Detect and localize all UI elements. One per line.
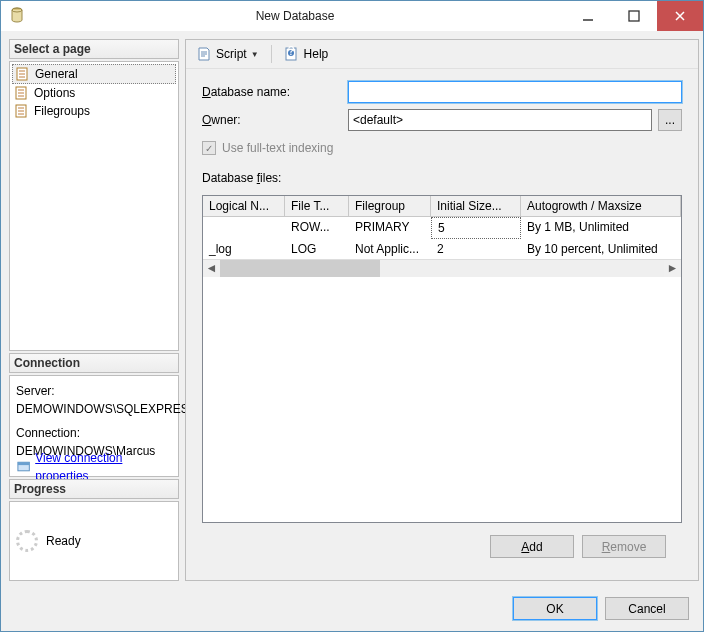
cell-initsize[interactable]: 5 [431,217,521,239]
scroll-track[interactable] [220,260,664,277]
connection-header: Connection [9,353,179,373]
svg-rect-2 [629,11,639,21]
ok-button[interactable]: OK [513,597,597,620]
page-icon [14,85,30,101]
minimize-button[interactable] [565,1,611,31]
cell-filegroup: PRIMARY [349,217,431,239]
progress-header: Progress [9,479,179,499]
page-label: Filegroups [34,104,90,118]
maximize-button[interactable] [611,1,657,31]
fulltext-label: Use full-text indexing [222,141,333,155]
page-label: General [35,67,78,81]
cell-filegroup: Not Applic... [349,239,431,259]
owner-input[interactable] [348,109,652,131]
cell-initsize: 2 [431,239,521,259]
script-icon [196,46,212,62]
page-label: Options [34,86,75,100]
col-initsize[interactable]: Initial Size... [431,196,521,217]
scroll-left-icon[interactable]: ◄ [203,260,220,277]
app-icon [9,7,25,26]
connection-label: Connection: [16,424,172,442]
cell-logical: _log [203,239,285,259]
col-filetype[interactable]: File T... [285,196,349,217]
cell-filetype: ROW... [285,217,349,239]
connection-props-icon [16,459,31,475]
cell-autogrow: By 1 MB, Unlimited [521,217,681,239]
dropdown-arrow-icon: ▼ [251,50,259,59]
close-button[interactable] [657,1,703,31]
help-label: Help [304,47,329,61]
table-row[interactable]: ROW... PRIMARY 5 By 1 MB, Unlimited [203,217,681,239]
toolbar: Script ▼ ? Help [186,40,698,69]
page-icon [14,103,30,119]
page-list: General Options Filegroups [9,61,179,351]
titlebar: New Database [1,1,703,31]
progress-panel: Ready [9,501,179,581]
scroll-thumb[interactable] [220,260,380,277]
col-autogrow[interactable]: Autogrowth / Maxsize [521,196,681,217]
dbname-label: Database name: [202,85,342,99]
help-button[interactable]: ? Help [280,44,333,64]
cell-logical [203,217,285,239]
dbfiles-label: Database files: [202,171,682,185]
progress-status: Ready [46,534,81,548]
add-button[interactable]: Add [490,535,574,558]
script-label: Script [216,47,247,61]
files-grid[interactable]: Logical N... File T... Filegroup Initial… [202,195,682,523]
page-icon [15,66,31,82]
cell-autogrow: By 10 percent, Unlimited [521,239,681,259]
dialog-buttons: OK Cancel [1,589,703,628]
dbname-input[interactable] [348,81,682,103]
owner-label: Owner: [202,113,342,127]
page-item-general[interactable]: General [12,64,176,84]
svg-text:?: ? [287,46,294,58]
col-logical[interactable]: Logical N... [203,196,285,217]
owner-browse-button[interactable]: ... [658,109,682,131]
svg-rect-7 [18,462,29,465]
scroll-right-icon[interactable]: ► [664,260,681,277]
window-title: New Database [25,9,565,23]
select-page-header: Select a page [9,39,179,59]
page-item-options[interactable]: Options [12,84,176,102]
horizontal-scrollbar[interactable]: ◄ ► [203,259,681,276]
grid-header: Logical N... File T... Filegroup Initial… [203,196,681,217]
check-icon: ✓ [205,143,213,154]
col-filegroup[interactable]: Filegroup [349,196,431,217]
cell-filetype: LOG [285,239,349,259]
page-item-filegroups[interactable]: Filegroups [12,102,176,120]
progress-spinner-icon [16,530,38,552]
content-panel: Script ▼ ? Help Database name: Owner: ..… [185,39,699,581]
table-row[interactable]: _log LOG Not Applic... 2 By 10 percent, … [203,239,681,259]
fulltext-checkbox: ✓ [202,141,216,155]
toolbar-divider [271,45,272,63]
server-label: Server: [16,382,172,400]
cancel-button[interactable]: Cancel [605,597,689,620]
help-icon: ? [284,46,300,62]
remove-button: Remove [582,535,666,558]
server-value: DEMOWINDOWS\SQLEXPRESS [16,400,172,418]
connection-panel: Server: DEMOWINDOWS\SQLEXPRESS Connectio… [9,375,179,477]
script-button[interactable]: Script ▼ [192,44,263,64]
